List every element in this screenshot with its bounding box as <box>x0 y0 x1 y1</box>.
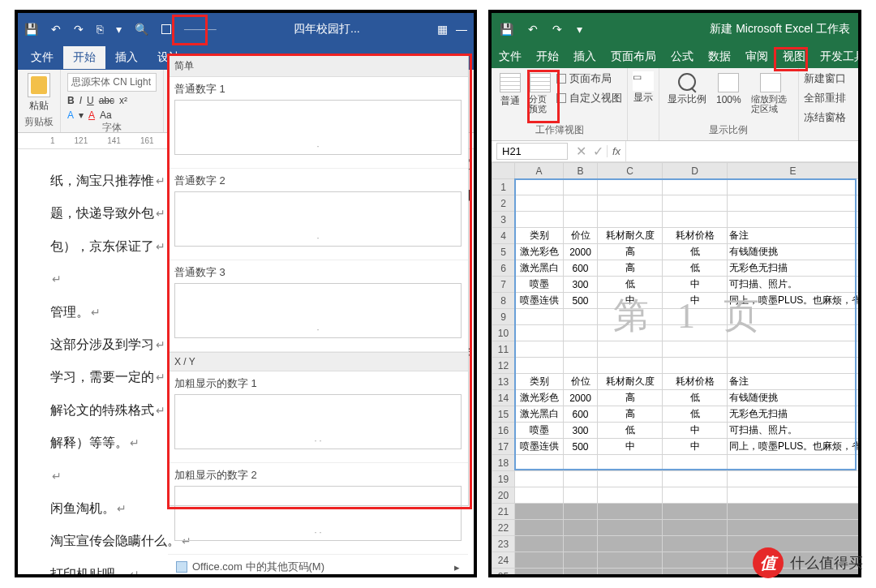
cell[interactable] <box>598 455 663 471</box>
more-icon[interactable]: ▾ <box>577 23 582 36</box>
cell[interactable]: 可扫描、照片。 <box>728 277 859 293</box>
cell[interactable] <box>598 358 663 374</box>
cell[interactable]: 中 <box>663 439 728 455</box>
cell[interactable]: 无彩色无扫描 <box>728 260 859 277</box>
cell[interactable] <box>728 455 859 471</box>
print-preview-icon[interactable]: 🔍 <box>135 23 148 36</box>
cell[interactable]: 中 <box>663 423 728 439</box>
enter-icon[interactable]: ✓ <box>590 144 607 159</box>
cell[interactable] <box>663 536 728 552</box>
cell[interactable] <box>515 341 564 358</box>
row-header[interactable]: 2 <box>492 195 515 212</box>
page-layout-button[interactable]: 页面布局 <box>556 71 622 86</box>
cell[interactable] <box>564 309 598 325</box>
freeze-panes-button[interactable]: 冻结窗格 <box>804 110 846 125</box>
cell[interactable] <box>564 471 598 487</box>
cell[interactable] <box>728 358 859 374</box>
cell[interactable] <box>515 325 564 341</box>
row-header[interactable]: 11 <box>492 341 515 358</box>
row-header[interactable]: 10 <box>492 325 515 341</box>
cell[interactable]: 500 <box>564 439 598 455</box>
paste-button[interactable]: 粘贴 <box>24 73 54 113</box>
tab-review[interactable]: 审阅 <box>738 46 775 67</box>
cell[interactable] <box>515 569 564 578</box>
cell[interactable] <box>598 341 663 358</box>
gallery-item[interactable]: 普通数字 3 · <box>168 260 468 352</box>
font-color-a-button[interactable]: A <box>67 109 74 121</box>
col-header[interactable]: E <box>728 163 859 179</box>
tab-dev[interactable]: 开发工具 <box>813 46 861 67</box>
cell[interactable] <box>564 455 598 471</box>
tab-insert[interactable]: 插入 <box>566 46 603 67</box>
cell[interactable] <box>564 487 598 504</box>
tab-data[interactable]: 数据 <box>701 46 738 67</box>
cell[interactable]: 激光黑白 <box>515 406 564 423</box>
cell[interactable] <box>598 325 663 341</box>
cell[interactable]: 低 <box>663 390 728 406</box>
ribbon-display-icon[interactable]: ▦ <box>437 23 448 36</box>
tab-formula[interactable]: 公式 <box>663 46 701 67</box>
cell[interactable]: 2000 <box>564 244 598 260</box>
row-header[interactable]: 20 <box>492 487 515 504</box>
cell[interactable] <box>598 309 663 325</box>
custom-view-button[interactable]: 自定义视图 <box>556 91 622 105</box>
cell[interactable] <box>663 569 728 578</box>
cell[interactable]: 中 <box>663 293 728 309</box>
cell[interactable] <box>728 487 859 504</box>
arrange-all-button[interactable]: 全部重排 <box>804 91 846 105</box>
col-header[interactable]: B <box>564 163 598 179</box>
cell[interactable] <box>598 569 663 578</box>
cell[interactable] <box>515 179 564 195</box>
cell[interactable]: 激光彩色 <box>515 390 564 406</box>
cell[interactable]: 耗材价格 <box>663 228 728 244</box>
cell[interactable] <box>663 504 728 520</box>
row-header[interactable]: 23 <box>492 536 515 552</box>
row-header[interactable]: 5 <box>492 244 515 260</box>
gallery-item[interactable]: 加粗显示的数字 2 · · <box>168 463 468 555</box>
col-header[interactable]: C <box>598 163 663 179</box>
font-name-box[interactable]: 思源宋体 CN Light <box>67 73 157 92</box>
tab-view[interactable]: 视图 <box>775 46 813 67</box>
redo-icon[interactable]: ↷ <box>74 23 84 36</box>
gallery-office-more[interactable]: Office.com 中的其他页码(M) ▸ <box>168 555 468 577</box>
cell[interactable] <box>515 487 564 504</box>
cell[interactable] <box>515 212 564 228</box>
tab-layout[interactable]: 页面布局 <box>603 46 663 67</box>
cell[interactable] <box>728 504 859 520</box>
cell[interactable] <box>663 179 728 195</box>
cell[interactable] <box>564 569 598 578</box>
cell[interactable] <box>564 341 598 358</box>
cell[interactable]: 高 <box>598 260 663 277</box>
cell[interactable] <box>663 325 728 341</box>
row-header[interactable]: 9 <box>492 309 515 325</box>
cell[interactable]: 耗材耐久度 <box>598 374 663 390</box>
cell[interactable]: 激光彩色 <box>515 244 564 260</box>
superscript-button[interactable]: x² <box>119 95 127 106</box>
font-color-button[interactable]: A <box>88 109 95 121</box>
tab-insert[interactable]: 插入 <box>105 46 148 69</box>
cell[interactable] <box>663 195 728 212</box>
cell[interactable] <box>663 487 728 504</box>
row-header[interactable]: 4 <box>492 228 515 244</box>
cell[interactable]: 喷墨 <box>515 277 564 293</box>
zoom-button[interactable]: 显示比例 <box>664 71 710 115</box>
cell[interactable] <box>598 179 663 195</box>
new-window-button[interactable]: 新建窗口 <box>804 71 846 86</box>
tab-home[interactable]: 开始 <box>63 46 105 69</box>
cell[interactable] <box>515 455 564 471</box>
cell[interactable] <box>598 520 663 536</box>
tab-file[interactable]: 文件 <box>492 46 529 67</box>
checkbox-icon[interactable] <box>161 24 171 34</box>
row-header[interactable]: 22 <box>492 520 515 536</box>
name-box[interactable]: H21 <box>496 143 568 160</box>
cell[interactable]: 有钱随便挑 <box>728 390 859 406</box>
strike-button[interactable]: abc <box>99 95 114 106</box>
cell[interactable] <box>728 325 859 341</box>
page-number-icon[interactable]: ⎘ <box>97 23 103 36</box>
cell[interactable]: 备注 <box>728 374 859 390</box>
cell[interactable]: 价位 <box>564 374 598 390</box>
page-break-preview-button[interactable]: 分页预览 <box>526 71 555 115</box>
row-header[interactable]: 3 <box>492 212 515 228</box>
save-icon[interactable]: 💾 <box>24 23 38 36</box>
cell[interactable] <box>728 471 859 487</box>
